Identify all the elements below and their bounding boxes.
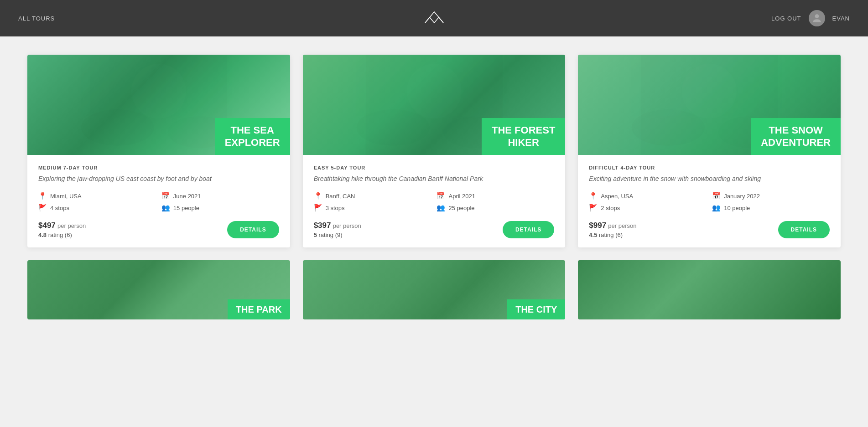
rating-value: 4.5	[589, 232, 597, 238]
stops-value: 2 stops	[601, 205, 620, 211]
tour-card-snow-adventurer: THE SNOW ADVENTURER DIFFICULT 4-DAY TOUR…	[578, 55, 841, 247]
price-amount: $397	[314, 221, 331, 230]
rating-value: 4.8	[38, 232, 47, 238]
nav-left: ALL TOURS	[18, 14, 55, 22]
meta-stops: 🚩 3 stops	[314, 204, 431, 212]
location-icon: 📍	[589, 192, 598, 200]
calendar-icon: 📅	[437, 192, 445, 200]
people-value: 10 people	[724, 205, 750, 211]
rating-count: rating (6)	[48, 232, 72, 238]
price-amount: $997	[589, 221, 606, 230]
username-label: EVAN	[832, 15, 850, 22]
card-body-snow-adventurer: DIFFICULT 4-DAY TOUR Exciting adventure …	[578, 155, 841, 247]
details-button-forest-hiker[interactable]: DETAILS	[503, 221, 554, 238]
meta-people: 👥 25 people	[437, 204, 554, 212]
date-value: April 2021	[448, 193, 475, 200]
logout-button[interactable]: LOG OUT	[771, 15, 801, 22]
meta-date: 📅 January 2022	[712, 192, 830, 200]
card-image-forest-hiker: THE FOREST HIKER	[303, 55, 566, 155]
meta-people: 👥 15 people	[161, 204, 279, 212]
location-icon: 📍	[314, 192, 322, 200]
svg-point-2	[131, 64, 186, 118]
price-amount: $497	[38, 221, 56, 230]
card-title-badge-sea-explorer: THE SEA EXPLORER	[215, 118, 290, 155]
all-tours-link[interactable]: ALL TOURS	[18, 15, 55, 22]
meta-stops: 🚩 4 stops	[38, 204, 156, 212]
rating-count: rating (6)	[599, 232, 623, 238]
card-meta: 📍 Banff, CAN 📅 April 2021 🚩 3 stops 👥 25…	[314, 192, 555, 212]
logo-icon	[423, 9, 445, 26]
svg-point-0	[815, 14, 819, 18]
partial-card-hills	[578, 260, 841, 319]
card-pricing: $497 per person 4.8 rating (6)	[38, 221, 86, 238]
user-icon	[811, 12, 823, 24]
title-line1: THE FOREST	[492, 124, 555, 136]
card-difficulty: MEDIUM 7-DAY TOUR	[38, 165, 279, 170]
meta-location: 📍 Aspen, USA	[589, 192, 707, 200]
stops-value: 3 stops	[326, 205, 345, 211]
people-icon: 👥	[161, 204, 170, 212]
price-line: $497 per person	[38, 221, 86, 230]
meta-date: 📅 June 2021	[161, 192, 279, 200]
svg-point-6	[406, 64, 461, 118]
navbar: ALL TOURS LOG OUT EVAN	[0, 0, 868, 36]
price-line: $997 per person	[589, 221, 636, 230]
calendar-icon: 📅	[161, 192, 170, 200]
tour-card-forest-hiker: THE FOREST HIKER EASY 5-DAY TOUR Breatht…	[303, 55, 566, 247]
price-unit: per person	[57, 222, 86, 229]
card-difficulty: EASY 5-DAY TOUR	[314, 165, 555, 170]
card-title-badge-snow-adventurer: THE SNOW ADVENTURER	[751, 118, 841, 155]
main-content: THE SEA EXPLORER MEDIUM 7-DAY TOUR Explo…	[0, 36, 868, 338]
location-icon: 📍	[38, 192, 47, 200]
rating-line: 5 rating (9)	[314, 232, 361, 238]
card-difficulty: DIFFICULT 4-DAY TOUR	[589, 165, 830, 170]
rating-line: 4.5 rating (6)	[589, 232, 636, 238]
rating-value: 5	[314, 232, 317, 238]
people-icon: 👥	[712, 204, 721, 212]
meta-people: 👥 10 people	[712, 204, 830, 212]
people-icon: 👥	[437, 204, 445, 212]
card-image-snow-adventurer: THE SNOW ADVENTURER	[578, 55, 841, 155]
location-value: Miami, USA	[50, 193, 82, 200]
partial-title-text: THE PARK	[236, 304, 282, 314]
rating-line: 4.8 rating (6)	[38, 232, 86, 238]
date-value: June 2021	[173, 193, 201, 200]
meta-location: 📍 Miami, USA	[38, 192, 156, 200]
price-line: $397 per person	[314, 221, 361, 230]
title-line2: EXPLORER	[225, 137, 280, 148]
card-meta: 📍 Aspen, USA 📅 January 2022 🚩 2 stops 👥 …	[589, 192, 830, 212]
people-value: 15 people	[173, 205, 199, 211]
nav-right: LOG OUT EVAN	[771, 10, 850, 26]
card-meta: 📍 Miami, USA 📅 June 2021 🚩 4 stops 👥 15 …	[38, 192, 279, 212]
details-button-snow-adventurer[interactable]: DETAILS	[778, 221, 830, 238]
card-description: Breathtaking hike through the Canadian B…	[314, 174, 555, 184]
people-value: 25 people	[448, 205, 474, 211]
card-footer: $497 per person 4.8 rating (6) DETAILS	[38, 221, 279, 238]
tour-card-sea-explorer: THE SEA EXPLORER MEDIUM 7-DAY TOUR Explo…	[27, 55, 290, 247]
title-line1: THE SEA	[230, 124, 274, 136]
card-description: Exploring the jaw-dropping US east coast…	[38, 174, 279, 184]
partial-title-badge-park: THE PARK	[228, 299, 290, 319]
avatar	[809, 10, 825, 26]
details-button-sea-explorer[interactable]: DETAILS	[227, 221, 279, 238]
calendar-icon: 📅	[712, 192, 721, 200]
meta-stops: 🚩 2 stops	[589, 204, 707, 212]
title-line2: ADVENTURER	[761, 137, 831, 148]
card-image-sea-explorer: THE SEA EXPLORER	[27, 55, 290, 155]
card-body-sea-explorer: MEDIUM 7-DAY TOUR Exploring the jaw-drop…	[27, 155, 290, 247]
card-pricing: $997 per person 4.5 rating (6)	[589, 221, 636, 238]
tours-grid: THE SEA EXPLORER MEDIUM 7-DAY TOUR Explo…	[27, 55, 841, 247]
card-footer: $397 per person 5 rating (9) DETAILS	[314, 221, 555, 238]
location-value: Aspen, USA	[601, 193, 633, 200]
meta-location: 📍 Banff, CAN	[314, 192, 431, 200]
flag-icon: 🚩	[314, 204, 322, 212]
svg-point-3	[81, 109, 154, 146]
svg-point-7	[356, 109, 429, 146]
card-pricing: $397 per person 5 rating (9)	[314, 221, 361, 238]
flag-icon: 🚩	[38, 204, 47, 212]
meta-date: 📅 April 2021	[437, 192, 554, 200]
location-value: Banff, CAN	[326, 193, 355, 200]
partial-title-text: THE CITY	[515, 304, 557, 314]
nav-logo	[423, 9, 445, 27]
partial-tours-row: THE PARK THE CITY	[27, 260, 841, 319]
